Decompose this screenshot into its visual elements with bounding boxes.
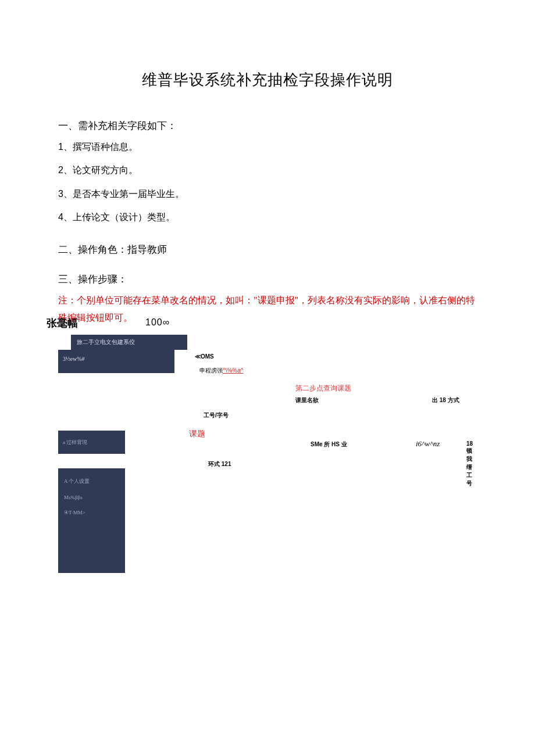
col-header-id: 工号/字号 bbox=[204, 411, 229, 420]
page-title: 维普毕设系统补充抽检字段操作说明 bbox=[58, 70, 477, 90]
list-item-4: 4、上传论文（设计）类型。 bbox=[58, 209, 477, 226]
step2-label: 第二步点查询课题 bbox=[295, 384, 351, 393]
list-text-1: 、撰写语种信息。 bbox=[63, 142, 138, 152]
sidebar-item-settings[interactable]: A 个人设置 bbox=[58, 468, 125, 485]
oms-label: ≪OMS bbox=[195, 353, 214, 360]
link-red[interactable]: ^\%%a^ bbox=[223, 367, 244, 374]
section2-heading: 二、操作角色：指导教师 bbox=[58, 243, 477, 256]
huanshi-label: 环式 121 bbox=[208, 460, 231, 468]
sidebar-item-c[interactable]: Ms%ββs bbox=[58, 485, 125, 500]
list-item-3: 3、是否本专业第一届毕业生。 bbox=[58, 185, 477, 203]
italic-code: i6^w^nz bbox=[416, 439, 440, 449]
percent-label: 100∞ bbox=[145, 317, 170, 328]
sidebar-block: A 个人设置 Ms%ββs ④T·MM> bbox=[58, 468, 125, 573]
sme-label: SMe 所 HS 业 bbox=[311, 440, 347, 449]
sidebar-item-b[interactable]: a 过样背现 bbox=[58, 431, 125, 454]
list-text-2: 、论文研究方向。 bbox=[63, 165, 138, 175]
col-header-name: 课里名欲 bbox=[295, 396, 319, 404]
section3-heading: 三、操作步骤： bbox=[58, 273, 477, 286]
sidebar-header: 旅二手立电文包建系佼 bbox=[71, 335, 187, 350]
bold-name: 张毫幅 bbox=[47, 316, 78, 330]
link-prefix: 申程虏强 bbox=[199, 367, 223, 374]
list-item-2: 2、论文研究方向。 bbox=[58, 162, 477, 179]
list-num-1: 1 bbox=[58, 142, 63, 152]
keti-label: 课题 bbox=[189, 429, 205, 439]
screenshot-embed: 旅二手立电文包建系佼 3½ew%# a 过样背现 A 个人设置 Ms%ββs ④… bbox=[58, 335, 477, 585]
section1-heading: 一、需补充相关字段如下： bbox=[58, 119, 477, 132]
overlap-row: 张毫幅 100∞ bbox=[58, 316, 477, 331]
tailnum-label: 18 顿我缙工号 bbox=[466, 440, 477, 488]
col-header-mode: 出 18 方式 bbox=[432, 396, 459, 404]
sidebar-item-a[interactable]: 3½ew%# bbox=[58, 350, 174, 373]
list-num-2: 2 bbox=[58, 165, 63, 175]
list-text-4: 、上传论文（设计）类型。 bbox=[63, 212, 175, 222]
list-num-3: 3 bbox=[58, 189, 63, 199]
list-item-1: 1、撰写语种信息。 bbox=[58, 138, 477, 156]
list-text-3: 、是否本专业第一届毕业生。 bbox=[63, 189, 184, 199]
link-row: 申程虏强^\%%a^ bbox=[199, 367, 244, 375]
sidebar-item-d[interactable]: ④T·MM> bbox=[58, 500, 125, 515]
list-num-4: 4 bbox=[58, 212, 63, 222]
